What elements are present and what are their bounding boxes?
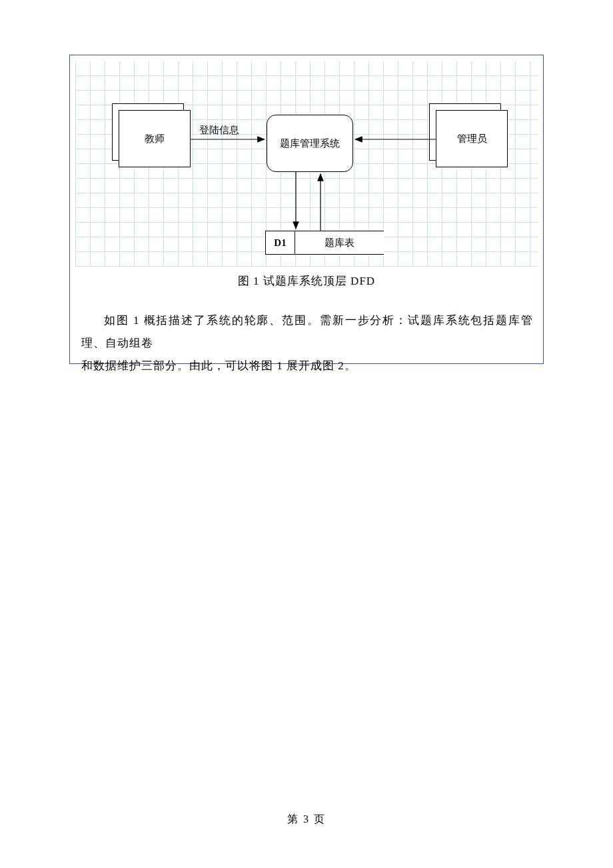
datastore-box: D1 题库表 bbox=[265, 231, 384, 255]
body-line-2: 和数据维护三部分。由此，可以将图 1 展开成图 2。 bbox=[81, 359, 356, 372]
page-footer: 第 3 页 bbox=[0, 813, 613, 827]
teacher-label: 教师 bbox=[145, 133, 165, 145]
datastore-label: 题库表 bbox=[295, 231, 384, 254]
dfd-diagram: 教师 管理员 题库管理系统 D1 题库表 登陆信息 bbox=[75, 61, 538, 267]
body-line-1: 如图 1 概括描述了系统的轮廓、范围。需新一步分析：试题库系统包括题库管理、自动… bbox=[81, 309, 533, 355]
figure-caption: 图 1 试题库系统顶层 DFD bbox=[75, 273, 538, 289]
process-box: 题库管理系统 bbox=[267, 115, 353, 172]
admin-label: 管理员 bbox=[457, 133, 487, 145]
admin-entity: 管理员 bbox=[436, 110, 508, 167]
teacher-entity: 教师 bbox=[119, 110, 191, 167]
datastore-id: D1 bbox=[266, 231, 295, 254]
flow-label-login: 登陆信息 bbox=[199, 124, 239, 137]
body-paragraph: 如图 1 概括描述了系统的轮廓、范围。需新一步分析：试题库系统包括题库管理、自动… bbox=[81, 309, 533, 377]
process-label: 题库管理系统 bbox=[280, 137, 340, 150]
